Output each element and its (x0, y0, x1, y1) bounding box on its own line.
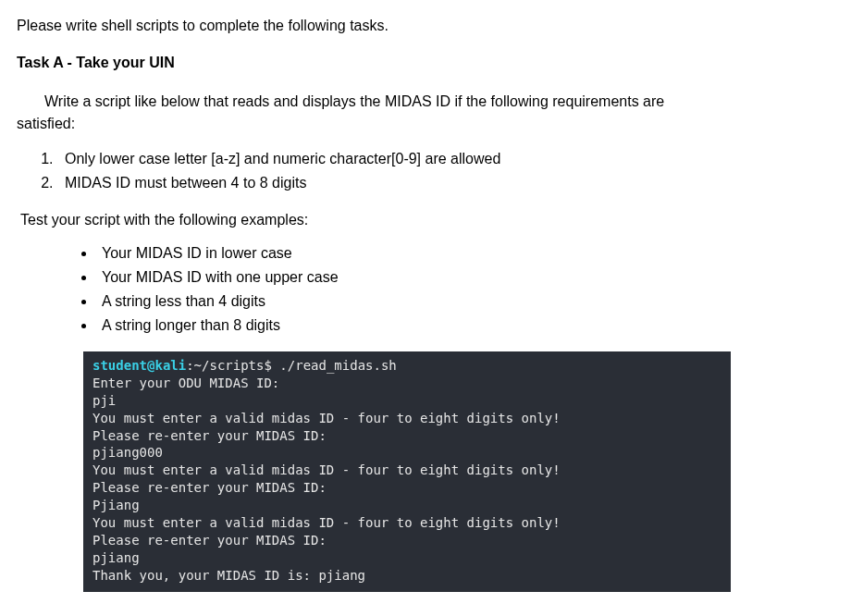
test-case-item: Your MIDAS ID with one upper case (96, 266, 834, 289)
terminal-line: You must enter a valid midas ID - four t… (92, 411, 561, 425)
terminal-line: pjiang (92, 550, 140, 565)
requirements-list: Only lower case letter [a-z] and numeric… (17, 148, 834, 194)
terminal-line: pji (92, 393, 116, 408)
terminal-user: student (92, 358, 147, 373)
desc-line-2: satisfied: (17, 113, 834, 135)
terminal-line: Please re-enter your MIDAS ID: (92, 480, 327, 495)
terminal-colon: : (186, 358, 193, 373)
terminal-line: You must enter a valid midas ID - four t… (92, 462, 561, 477)
task-a-title: Task A - Take your UIN (17, 52, 834, 74)
terminal-prompt: $ (264, 358, 271, 373)
terminal-output: student@kali:~/scripts$ ./read_midas.sh … (83, 351, 731, 592)
requirement-item: Only lower case letter [a-z] and numeric… (57, 148, 834, 170)
requirement-item: MIDAS ID must between 4 to 8 digits (57, 172, 834, 194)
terminal-line: You must enter a valid midas ID - four t… (92, 515, 561, 530)
test-case-item: A string longer than 8 digits (96, 314, 834, 337)
terminal-line: pjiang000 (92, 445, 163, 460)
terminal-line: Please re-enter your MIDAS ID: (92, 428, 327, 443)
terminal-line: Thank you, your MIDAS ID is: pjiang (92, 568, 365, 583)
test-case-item: Your MIDAS ID in lower case (96, 242, 834, 265)
terminal-host: kali (154, 358, 186, 373)
intro-text: Please write shell scripts to complete t… (17, 15, 834, 37)
terminal-line: Enter your ODU MIDAS ID: (92, 376, 279, 390)
terminal-line: Pjiang (92, 498, 140, 512)
test-case-item: A string less than 4 digits (96, 290, 834, 313)
test-intro: Test your script with the following exam… (20, 209, 834, 231)
test-cases-list: Your MIDAS ID in lower case Your MIDAS I… (17, 242, 834, 337)
terminal-line: Please re-enter your MIDAS ID: (92, 533, 327, 548)
terminal-path: ~/scripts (194, 358, 265, 373)
terminal-command: ./read_midas.sh (279, 358, 396, 373)
task-description: Write a script like below that reads and… (17, 91, 834, 135)
desc-line-1: Write a script like below that reads and… (17, 91, 834, 113)
